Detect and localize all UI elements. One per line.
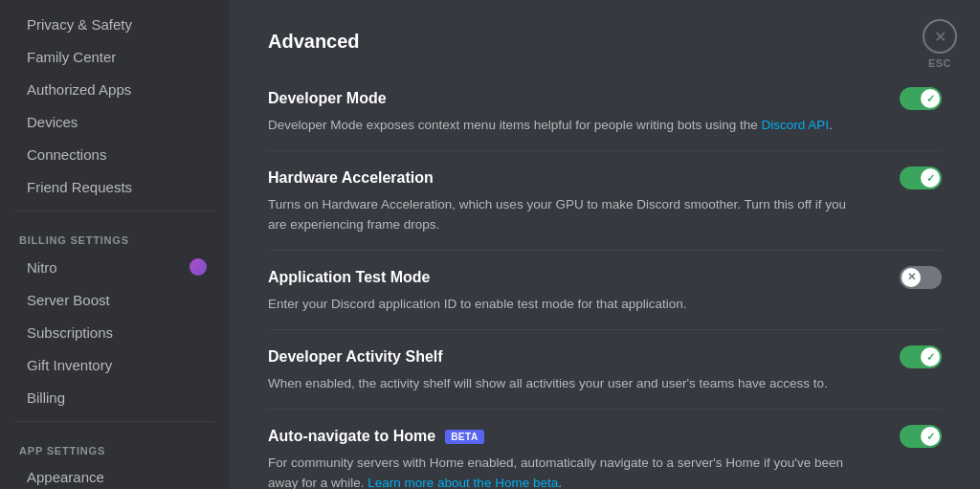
sidebar-item-billing[interactable]: Billing — [8, 382, 222, 413]
setting-developer-activity-shelf: Developer Activity Shelf ✓ When enabled,… — [268, 330, 942, 410]
sidebar-item-label: Devices — [27, 114, 78, 130]
divider-2 — [15, 421, 214, 422]
sidebar-item-connections[interactable]: Connections — [8, 139, 222, 170]
sidebar-item-label: Billing — [27, 389, 65, 406]
setting-title-auto-navigate-home: Auto-navigate to Home — [268, 428, 435, 445]
settings-sidebar: Privacy & Safety Family Center Authorize… — [0, 0, 230, 489]
toggle-knob: ✓ — [921, 168, 940, 188]
hardware-acceleration-toggle[interactable]: ✓ — [900, 167, 942, 189]
toggle-knob: ✓ — [921, 89, 940, 108]
setting-desc-developer-mode: Developer Mode exposes context menu item… — [268, 116, 861, 135]
main-content: ✕ ESC Advanced Developer Mode ✓ Develope… — [230, 0, 980, 489]
setting-application-test-mode: Application Test Mode ✕ Enter your Disco… — [268, 251, 942, 330]
sidebar-item-label: Authorized Apps — [27, 81, 131, 98]
auto-navigate-home-toggle[interactable]: ✓ — [900, 425, 942, 448]
sidebar-item-appearance[interactable]: Appearance — [8, 461, 222, 489]
sidebar-item-label: Appearance — [27, 469, 104, 485]
esc-button[interactable]: ✕ ESC — [923, 19, 957, 69]
application-test-mode-toggle[interactable]: ✕ — [900, 266, 942, 289]
divider — [15, 211, 214, 211]
sidebar-item-family-center[interactable]: Family Center — [8, 41, 222, 73]
sidebar-item-label: Family Center — [27, 49, 116, 65]
toggle-knob: ✓ — [921, 347, 940, 367]
sidebar-item-label: Server Boost — [27, 292, 110, 308]
app-section-header: APP SETTINGS — [0, 430, 230, 460]
setting-title-hardware-acceleration: Hardware Acceleration — [268, 169, 434, 187]
setting-desc-application-test-mode: Enter your Discord application ID to ena… — [268, 295, 861, 314]
esc-label: ESC — [928, 57, 951, 69]
sidebar-item-label: Connections — [27, 146, 106, 163]
setting-title-developer-mode: Developer Mode — [268, 90, 387, 107]
beta-badge: BETA — [445, 430, 483, 444]
sidebar-item-gift-inventory[interactable]: Gift Inventory — [8, 349, 222, 381]
sidebar-item-nitro[interactable]: Nitro — [8, 251, 222, 283]
sidebar-item-label: Nitro — [27, 259, 57, 276]
billing-section-header: BILLING SETTINGS — [0, 219, 230, 250]
home-beta-link[interactable]: Learn more about the Home beta — [368, 476, 558, 490]
page-title: Advanced — [268, 31, 942, 53]
sidebar-item-label: Subscriptions — [27, 324, 113, 341]
sidebar-item-label: Friend Requests — [27, 179, 132, 195]
sidebar-item-subscriptions[interactable]: Subscriptions — [8, 317, 222, 348]
setting-title-application-test-mode: Application Test Mode — [268, 269, 430, 286]
sidebar-item-authorized-apps[interactable]: Authorized Apps — [8, 74, 222, 105]
developer-activity-shelf-toggle[interactable]: ✓ — [900, 345, 942, 368]
sidebar-item-label: Gift Inventory — [27, 357, 112, 373]
setting-title-developer-activity-shelf: Developer Activity Shelf — [268, 348, 443, 366]
setting-desc-developer-activity-shelf: When enabled, the activity shelf will sh… — [268, 374, 861, 393]
toggle-knob: ✓ — [921, 427, 940, 446]
setting-desc-hardware-acceleration: Turns on Hardware Acceleration, which us… — [268, 195, 861, 234]
close-icon: ✕ — [923, 19, 957, 54]
discord-api-link[interactable]: Discord API — [762, 118, 830, 132]
setting-developer-mode: Developer Mode ✓ Developer Mode exposes … — [268, 72, 942, 151]
developer-mode-toggle[interactable]: ✓ — [900, 87, 942, 110]
sidebar-item-friend-requests[interactable]: Friend Requests — [8, 171, 222, 203]
sidebar-item-privacy-safety[interactable]: Privacy & Safety — [8, 9, 222, 40]
setting-desc-auto-navigate-home: For community servers with Home enabled,… — [268, 454, 861, 489]
setting-hardware-acceleration: Hardware Acceleration ✓ Turns on Hardwar… — [268, 151, 942, 251]
setting-auto-navigate-home: Auto-navigate to Home BETA ✓ For communi… — [268, 410, 942, 489]
sidebar-item-label: Privacy & Safety — [27, 16, 132, 33]
toggle-knob: ✕ — [902, 268, 921, 287]
sidebar-item-devices[interactable]: Devices — [8, 106, 222, 138]
sidebar-item-server-boost[interactable]: Server Boost — [8, 284, 222, 316]
nitro-badge-icon — [189, 258, 207, 276]
